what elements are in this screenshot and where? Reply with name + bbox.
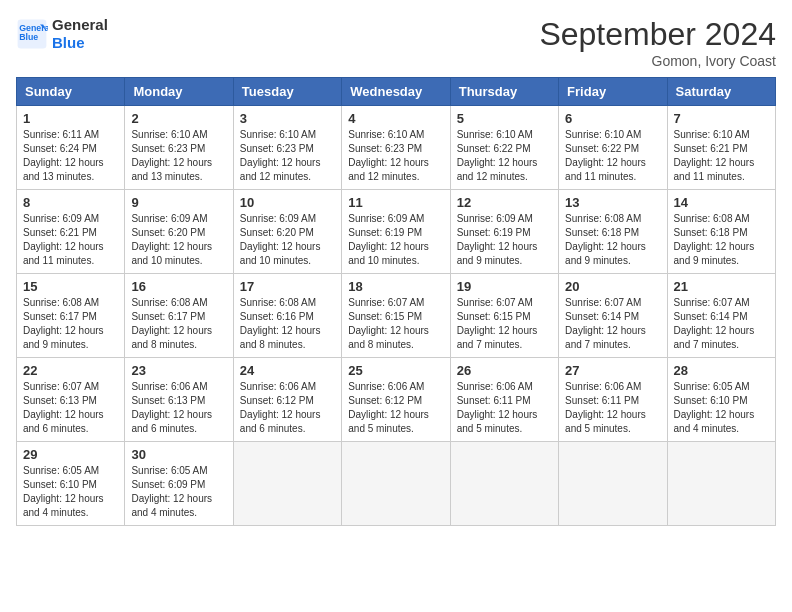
cell-text: Sunrise: 6:09 AMSunset: 6:19 PMDaylight:…	[457, 212, 552, 268]
column-header-thursday: Thursday	[450, 78, 558, 106]
day-cell: 1Sunrise: 6:11 AMSunset: 6:24 PMDaylight…	[17, 106, 125, 190]
week-row-1: 1Sunrise: 6:11 AMSunset: 6:24 PMDaylight…	[17, 106, 776, 190]
day-number: 26	[457, 363, 552, 378]
month-title: September 2024	[539, 16, 776, 53]
week-row-2: 8Sunrise: 6:09 AMSunset: 6:21 PMDaylight…	[17, 190, 776, 274]
calendar-table: SundayMondayTuesdayWednesdayThursdayFrid…	[16, 77, 776, 526]
day-number: 19	[457, 279, 552, 294]
day-number: 4	[348, 111, 443, 126]
day-cell: 14Sunrise: 6:08 AMSunset: 6:18 PMDayligh…	[667, 190, 775, 274]
cell-text: Sunrise: 6:06 AMSunset: 6:11 PMDaylight:…	[457, 380, 552, 436]
day-cell: 29Sunrise: 6:05 AMSunset: 6:10 PMDayligh…	[17, 442, 125, 526]
day-cell	[667, 442, 775, 526]
column-header-tuesday: Tuesday	[233, 78, 341, 106]
day-number: 28	[674, 363, 769, 378]
day-cell: 13Sunrise: 6:08 AMSunset: 6:18 PMDayligh…	[559, 190, 667, 274]
day-cell: 11Sunrise: 6:09 AMSunset: 6:19 PMDayligh…	[342, 190, 450, 274]
cell-text: Sunrise: 6:05 AMSunset: 6:10 PMDaylight:…	[674, 380, 769, 436]
day-number: 2	[131, 111, 226, 126]
cell-text: Sunrise: 6:10 AMSunset: 6:23 PMDaylight:…	[348, 128, 443, 184]
day-number: 11	[348, 195, 443, 210]
cell-text: Sunrise: 6:07 AMSunset: 6:15 PMDaylight:…	[457, 296, 552, 352]
day-number: 10	[240, 195, 335, 210]
cell-text: Sunrise: 6:08 AMSunset: 6:16 PMDaylight:…	[240, 296, 335, 352]
day-number: 30	[131, 447, 226, 462]
logo-general: General	[52, 16, 108, 34]
cell-text: Sunrise: 6:05 AMSunset: 6:10 PMDaylight:…	[23, 464, 118, 520]
day-cell: 20Sunrise: 6:07 AMSunset: 6:14 PMDayligh…	[559, 274, 667, 358]
day-cell	[559, 442, 667, 526]
day-number: 5	[457, 111, 552, 126]
day-cell: 2Sunrise: 6:10 AMSunset: 6:23 PMDaylight…	[125, 106, 233, 190]
cell-text: Sunrise: 6:07 AMSunset: 6:15 PMDaylight:…	[348, 296, 443, 352]
cell-text: Sunrise: 6:10 AMSunset: 6:22 PMDaylight:…	[565, 128, 660, 184]
column-header-monday: Monday	[125, 78, 233, 106]
logo: General Blue General Blue	[16, 16, 108, 52]
day-cell: 25Sunrise: 6:06 AMSunset: 6:12 PMDayligh…	[342, 358, 450, 442]
day-number: 7	[674, 111, 769, 126]
logo-icon: General Blue	[16, 18, 48, 50]
day-number: 21	[674, 279, 769, 294]
cell-text: Sunrise: 6:07 AMSunset: 6:14 PMDaylight:…	[565, 296, 660, 352]
cell-text: Sunrise: 6:06 AMSunset: 6:13 PMDaylight:…	[131, 380, 226, 436]
day-number: 3	[240, 111, 335, 126]
cell-text: Sunrise: 6:08 AMSunset: 6:17 PMDaylight:…	[23, 296, 118, 352]
header: General Blue General Blue September 2024…	[16, 16, 776, 69]
cell-text: Sunrise: 6:11 AMSunset: 6:24 PMDaylight:…	[23, 128, 118, 184]
cell-text: Sunrise: 6:06 AMSunset: 6:11 PMDaylight:…	[565, 380, 660, 436]
day-number: 27	[565, 363, 660, 378]
day-cell: 23Sunrise: 6:06 AMSunset: 6:13 PMDayligh…	[125, 358, 233, 442]
cell-text: Sunrise: 6:08 AMSunset: 6:17 PMDaylight:…	[131, 296, 226, 352]
day-number: 16	[131, 279, 226, 294]
cell-text: Sunrise: 6:06 AMSunset: 6:12 PMDaylight:…	[240, 380, 335, 436]
cell-text: Sunrise: 6:10 AMSunset: 6:21 PMDaylight:…	[674, 128, 769, 184]
column-header-row: SundayMondayTuesdayWednesdayThursdayFrid…	[17, 78, 776, 106]
logo-blue: Blue	[52, 34, 108, 52]
day-cell: 24Sunrise: 6:06 AMSunset: 6:12 PMDayligh…	[233, 358, 341, 442]
day-cell: 17Sunrise: 6:08 AMSunset: 6:16 PMDayligh…	[233, 274, 341, 358]
day-number: 23	[131, 363, 226, 378]
svg-text:Blue: Blue	[19, 32, 38, 42]
day-cell: 4Sunrise: 6:10 AMSunset: 6:23 PMDaylight…	[342, 106, 450, 190]
cell-text: Sunrise: 6:06 AMSunset: 6:12 PMDaylight:…	[348, 380, 443, 436]
column-header-saturday: Saturday	[667, 78, 775, 106]
day-cell: 18Sunrise: 6:07 AMSunset: 6:15 PMDayligh…	[342, 274, 450, 358]
day-number: 17	[240, 279, 335, 294]
cell-text: Sunrise: 6:05 AMSunset: 6:09 PMDaylight:…	[131, 464, 226, 520]
day-number: 12	[457, 195, 552, 210]
cell-text: Sunrise: 6:10 AMSunset: 6:22 PMDaylight:…	[457, 128, 552, 184]
day-number: 13	[565, 195, 660, 210]
day-cell	[342, 442, 450, 526]
cell-text: Sunrise: 6:09 AMSunset: 6:20 PMDaylight:…	[240, 212, 335, 268]
day-cell: 5Sunrise: 6:10 AMSunset: 6:22 PMDaylight…	[450, 106, 558, 190]
day-cell	[450, 442, 558, 526]
cell-text: Sunrise: 6:09 AMSunset: 6:19 PMDaylight:…	[348, 212, 443, 268]
day-number: 29	[23, 447, 118, 462]
day-cell: 28Sunrise: 6:05 AMSunset: 6:10 PMDayligh…	[667, 358, 775, 442]
week-row-3: 15Sunrise: 6:08 AMSunset: 6:17 PMDayligh…	[17, 274, 776, 358]
cell-text: Sunrise: 6:08 AMSunset: 6:18 PMDaylight:…	[674, 212, 769, 268]
day-number: 24	[240, 363, 335, 378]
day-cell	[233, 442, 341, 526]
day-cell: 3Sunrise: 6:10 AMSunset: 6:23 PMDaylight…	[233, 106, 341, 190]
cell-text: Sunrise: 6:08 AMSunset: 6:18 PMDaylight:…	[565, 212, 660, 268]
day-cell: 19Sunrise: 6:07 AMSunset: 6:15 PMDayligh…	[450, 274, 558, 358]
day-cell: 16Sunrise: 6:08 AMSunset: 6:17 PMDayligh…	[125, 274, 233, 358]
column-header-sunday: Sunday	[17, 78, 125, 106]
day-cell: 15Sunrise: 6:08 AMSunset: 6:17 PMDayligh…	[17, 274, 125, 358]
week-row-4: 22Sunrise: 6:07 AMSunset: 6:13 PMDayligh…	[17, 358, 776, 442]
column-header-friday: Friday	[559, 78, 667, 106]
day-cell: 22Sunrise: 6:07 AMSunset: 6:13 PMDayligh…	[17, 358, 125, 442]
day-cell: 9Sunrise: 6:09 AMSunset: 6:20 PMDaylight…	[125, 190, 233, 274]
cell-text: Sunrise: 6:07 AMSunset: 6:13 PMDaylight:…	[23, 380, 118, 436]
day-cell: 21Sunrise: 6:07 AMSunset: 6:14 PMDayligh…	[667, 274, 775, 358]
day-number: 15	[23, 279, 118, 294]
day-number: 6	[565, 111, 660, 126]
day-number: 25	[348, 363, 443, 378]
day-number: 9	[131, 195, 226, 210]
location: Gomon, Ivory Coast	[539, 53, 776, 69]
day-number: 14	[674, 195, 769, 210]
day-cell: 12Sunrise: 6:09 AMSunset: 6:19 PMDayligh…	[450, 190, 558, 274]
day-cell: 10Sunrise: 6:09 AMSunset: 6:20 PMDayligh…	[233, 190, 341, 274]
week-row-5: 29Sunrise: 6:05 AMSunset: 6:10 PMDayligh…	[17, 442, 776, 526]
